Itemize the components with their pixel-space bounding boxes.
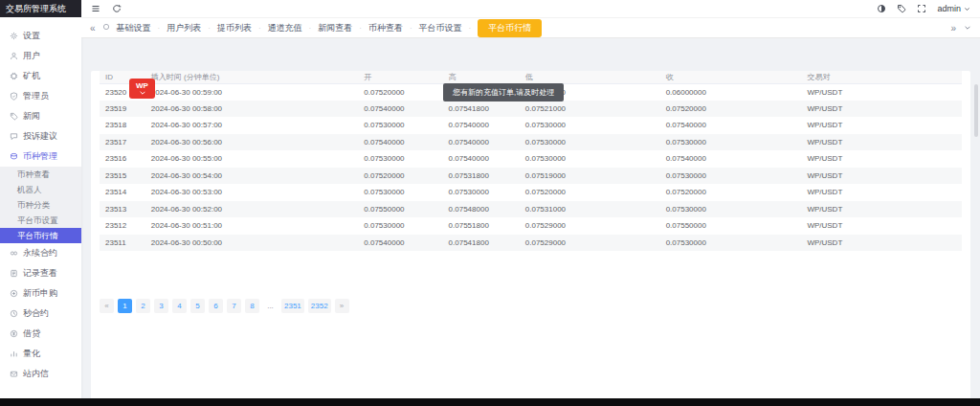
pagination-page-3[interactable]: 3 (154, 299, 168, 313)
table-row: 235122024-06-30 00:51:000.075300000.0755… (100, 217, 962, 235)
cell-pair: WP/USDT (801, 217, 962, 235)
pagination-page-8[interactable]: 8 (245, 299, 259, 313)
cell-low: 0.07531000 (520, 201, 660, 218)
tab-item[interactable]: 通道充值 (268, 22, 302, 34)
tabs-scroll-right[interactable]: » (950, 23, 956, 34)
column-header: 高 (443, 71, 520, 83)
sidebar-subitem-robot[interactable]: 机器人 (0, 182, 81, 197)
coin-selector-dropdown[interactable]: WP (129, 79, 155, 99)
pagination-page-2[interactable]: 2 (136, 299, 150, 313)
plus-icon (10, 289, 18, 298)
cell-low: 0.07520000 (520, 184, 660, 201)
tab-item[interactable]: 平台币设置 (419, 22, 462, 34)
column-header: 开 (358, 71, 442, 83)
sidebar-item-label: 投诉建议 (23, 130, 57, 143)
tab-separator: · (469, 24, 472, 33)
sidebar-item-new-coin-subscribe[interactable]: 新币申购 (0, 283, 81, 304)
cell-open: 0.07550000 (358, 201, 442, 218)
sidebar-subitem-coin-category[interactable]: 币种分类 (0, 197, 81, 213)
sidebar-item-label: 秒合约 (23, 307, 49, 320)
column-header: 收 (660, 71, 802, 83)
sidebar-item-site-mail[interactable]: 站内信 (0, 364, 81, 384)
cell-high: 0.07540000 (443, 150, 520, 168)
chat-icon (10, 132, 18, 141)
sidebar-item-perpetual-contract[interactable]: 永续合约 (0, 243, 81, 263)
cell-close: 0.07530000 (660, 168, 802, 185)
tabs-list: 基础设置·用户列表·提币列表·通道充值·新闻查看·币种查看·平台币设置·平台币行… (117, 19, 543, 37)
topbar-right: admin (877, 4, 970, 13)
coin-icon (10, 152, 18, 161)
sidebar-item-seconds-contract[interactable]: 秒合约 (0, 304, 81, 324)
market-card: WP 您有新的充值订单,请及时处理 ID插入时间 (分钟单位)开高低收交易对 2… (91, 71, 970, 398)
recharge-notice-toast: 您有新的充值订单,请及时处理 (443, 83, 564, 102)
pagination-page-7[interactable]: 7 (227, 299, 241, 313)
pagination-page-4[interactable]: 4 (172, 299, 187, 313)
sidebar-item-users[interactable]: 用户 (0, 46, 81, 66)
cell-high: 0.07540000 (443, 117, 520, 134)
tab-item-active[interactable]: 平台币行情 (478, 19, 542, 37)
sidebar-item-label: 新币申购 (23, 287, 57, 300)
sidebar-item-records[interactable]: 记录查看 (0, 263, 81, 283)
pagination-page-2351[interactable]: 2351 (281, 299, 304, 313)
tabs-collapse-left[interactable]: « (90, 23, 96, 34)
chevron-down-icon (964, 6, 970, 12)
table-body: 235202024-06-30 00:59:000.075200000.0752… (100, 83, 962, 251)
cell-high: 0.07551800 (443, 217, 520, 235)
mail-icon (10, 370, 18, 378)
tabbar: « 基础设置·用户列表·提币列表·通道充值·新闻查看·币种查看·平台币设置·平台… (81, 17, 980, 38)
sidebar-item-label: 管理员 (23, 90, 49, 102)
infinity-icon (10, 249, 18, 258)
sidebar-item-label: 永续合约 (23, 247, 57, 259)
sidebar-subitem-coin-view[interactable]: 币种查看 (0, 167, 81, 182)
topbar: admin (81, 0, 980, 17)
tab-item[interactable]: 币种查看 (368, 22, 403, 34)
cell-pair: WP/USDT (801, 83, 962, 101)
cell-id: 23511 (100, 235, 145, 252)
pagination-ellipsis: ... (263, 299, 278, 313)
hamburger-menu-icon[interactable] (91, 4, 100, 13)
sidebar-item-admins[interactable]: 管理员 (0, 86, 81, 106)
pagination-page-6[interactable]: 6 (209, 299, 223, 313)
caret-down-icon (140, 91, 145, 95)
pagination-prev-button[interactable]: « (100, 299, 114, 313)
user-icon (10, 52, 18, 60)
table-row: 235132024-06-30 00:52:000.075500000.0754… (100, 201, 962, 218)
sidebar-item-settings[interactable]: 设置 (0, 26, 81, 46)
user-dropdown[interactable]: admin (937, 4, 970, 13)
sidebar-item-label: 币种管理 (23, 150, 57, 163)
tab-item[interactable]: 提币列表 (217, 22, 252, 34)
sidebar-item-miners[interactable]: 矿机 (0, 66, 81, 86)
tab-separator: · (258, 24, 261, 33)
pagination-page-2352[interactable]: 2352 (308, 299, 331, 313)
chip-icon (10, 72, 18, 80)
chart-icon (10, 350, 18, 358)
sidebar-item-news[interactable]: 新闻 (0, 106, 81, 126)
pagination-next-button[interactable]: » (335, 299, 349, 313)
sidebar-item-label: 站内信 (23, 368, 49, 380)
pagination-page-5[interactable]: 5 (190, 299, 205, 313)
fullscreen-icon[interactable] (917, 4, 926, 13)
sidebar-item-feedback[interactable]: 投诉建议 (0, 126, 81, 147)
refresh-icon[interactable] (112, 4, 122, 13)
theme-toggle-icon[interactable] (877, 4, 886, 13)
sidebar-submenu: 币种查看机器人币种分类平台币设置平台币行情 (0, 167, 81, 243)
app-window: 交易所管理系统 设置用户矿机管理员新闻投诉建议币种管理币种查看机器人币种分类平台… (0, 0, 980, 398)
cell-close: 0.07540000 (660, 117, 802, 134)
sidebar-subitem-platform-coin-market[interactable]: 平台币行情 (0, 228, 81, 243)
sidebar-item-label: 新闻 (23, 110, 40, 123)
tab-item[interactable]: 用户列表 (167, 22, 201, 34)
sidebar-item-quant[interactable]: 量化 (0, 344, 81, 364)
tab-item[interactable]: 新闻查看 (318, 22, 352, 34)
tag-icon[interactable] (897, 4, 906, 13)
gear-icon (10, 32, 18, 40)
tab-item[interactable]: 基础设置 (117, 22, 151, 34)
tabs-dropdown-icon[interactable] (964, 24, 971, 32)
tabs-refresh-icon[interactable] (102, 23, 110, 33)
sidebar-item-coin-management[interactable]: 币种管理 (0, 147, 81, 167)
cell-id: 23512 (100, 217, 145, 235)
sidebar-subitem-platform-coin-settings[interactable]: 平台币设置 (0, 213, 81, 228)
pagination-page-1[interactable]: 1 (118, 299, 132, 313)
scrollbar-thumb[interactable] (974, 84, 978, 137)
sidebar-item-loans[interactable]: 借贷 (0, 324, 81, 344)
table-header-row: ID插入时间 (分钟单位)开高低收交易对 (100, 71, 962, 83)
